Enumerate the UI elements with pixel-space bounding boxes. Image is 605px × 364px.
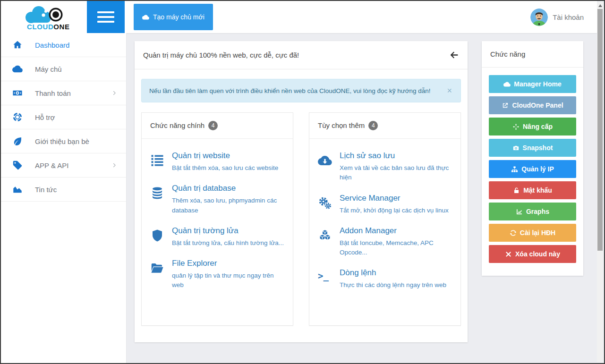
feature-title[interactable]: Quản trị tường lửa	[172, 226, 284, 236]
hamburger-icon	[97, 11, 114, 13]
feature-title[interactable]: Lịch sử sao lưu	[340, 151, 452, 161]
feature-item-addon-manager[interactable]: Addon ManagerBật tắt Ioncube, Memcache, …	[318, 226, 452, 258]
sidebar-item-ho-tro[interactable]: Hỗ trợ	[1, 105, 126, 129]
leaf-icon	[12, 136, 23, 146]
sidebar-item-gioi-thieu-ban-be[interactable]: Giới thiệu bạn bè	[1, 129, 126, 153]
camera-icon	[512, 144, 520, 152]
card-header: Chức năng chính4	[142, 113, 293, 139]
info-alert: Nếu lần đầu tiên làm quen với trình điều…	[141, 79, 461, 102]
cloud-icon	[12, 64, 23, 74]
scrollbar-thumb[interactable]	[597, 9, 603, 251]
terminal-icon: >_	[318, 268, 340, 290]
feature-item-lich-su-sao-luu[interactable]: Lịch sử sao lưuXem và tải về các bản sao…	[318, 151, 452, 183]
vertical-scrollbar[interactable]	[597, 2, 603, 362]
sidebar: DashboardMáy chủThanh toánHỗ trợGiới thi…	[1, 33, 127, 363]
money-icon	[12, 88, 23, 98]
feature-desc: Bật tắt tường lửa, cấu hình tường lửa...	[172, 238, 284, 248]
sidebar-item-dashboard[interactable]: Dashboard	[1, 33, 126, 57]
close-x-icon	[505, 251, 512, 258]
arrow-left-icon[interactable]	[449, 50, 459, 60]
action-cai-lai-hdh-button[interactable]: Cài lại HĐH	[489, 224, 576, 242]
action-mat-khau-button[interactable]: Mật khẩu	[489, 181, 576, 199]
avatar[interactable]	[530, 8, 548, 26]
action-cloudone-panel-button[interactable]: CloudOne Panel	[489, 96, 576, 114]
actions-panel-header: Chức năng	[482, 41, 583, 68]
feature-title[interactable]: Addon Manager	[340, 226, 452, 236]
list-icon	[150, 151, 172, 173]
count-badge: 4	[368, 121, 378, 130]
feature-item-quan-tri-tuong-lua[interactable]: Quản trị tường lửaBật tắt tường lửa, cấu…	[150, 226, 284, 248]
actions-panel: Chức năng Manager HomeCloudOne PanelNâng…	[482, 41, 583, 276]
move-icon	[512, 123, 520, 130]
chart-line-icon	[516, 208, 523, 215]
info-alert-text: Nếu lần đầu tiên làm quen với trình điều…	[149, 87, 431, 94]
feature-title[interactable]: Quản trị database	[172, 184, 284, 193]
action-graphs-button[interactable]: Graphs	[489, 203, 576, 220]
feature-title[interactable]: Service Manager	[340, 194, 449, 203]
chevron-right-icon	[111, 90, 118, 96]
feature-item-dong-lenh[interactable]: >_Dòng lệnhThực thi các dòng lệnh ngay t…	[318, 268, 452, 290]
action-snapshot-button[interactable]: Snapshot	[489, 139, 576, 157]
sidebar-item-may-chu[interactable]: Máy chủ	[1, 57, 126, 81]
feature-desc: quản lý tập tin và thư mục ngay trên web	[172, 271, 284, 290]
feature-item-service-manager[interactable]: Service ManagerTắt mở, khởi động lại các…	[318, 194, 452, 215]
card-main-functions: Chức năng chính4 Quản trị websiteBật tắt…	[141, 112, 293, 326]
sidebar-item-app-api[interactable]: APP & API	[1, 153, 126, 178]
action-button-label: Nâng cấp	[523, 123, 553, 130]
sidebar-item-label: Dashboard	[35, 41, 69, 49]
sidebar-item-label: Thanh toán	[35, 89, 71, 97]
action-quan-ly-ip-button[interactable]: Quản lý IP	[489, 160, 576, 178]
tags-icon	[12, 160, 23, 170]
dashboard-panel: Quản trị máy chủ 100% nền web, cực dễ, c…	[135, 41, 468, 342]
dashboard-panel-header: Quản trị máy chủ 100% nền web, cực dễ, c…	[135, 41, 468, 69]
action-button-label: Cài lại HĐH	[520, 229, 555, 237]
action-manager-home-button[interactable]: Manager Home	[489, 75, 576, 93]
cloudone-logo[interactable]: CLOUDONE	[21, 4, 74, 31]
feature-cards: Chức năng chính4 Quản trị websiteBật tắt…	[141, 112, 461, 326]
sitemap-icon	[511, 166, 518, 173]
sidebar-item-tin-tuc[interactable]: Tin tức	[1, 178, 126, 202]
feature-desc: Xem và tải về các bản sao lưu đã thực hi…	[340, 163, 452, 183]
app-window: CLOUDONE Tạo máy chủ mới	[0, 0, 605, 364]
shield-icon	[150, 226, 172, 248]
feature-desc: Bật tắt Ioncube, Memcache, APC Opcode...	[340, 238, 452, 258]
actions-panel-title: Chức năng	[490, 50, 525, 58]
feature-desc: Thực thi các dòng lệnh ngay trên web	[340, 280, 446, 290]
action-button-label: Manager Home	[514, 80, 561, 88]
feature-desc: Tắt mở, khởi động lại các dịch vụ linux	[340, 206, 449, 215]
action-xoa-cloud-nay-button[interactable]: Xóa cloud này	[489, 245, 576, 263]
unlock-icon	[513, 187, 520, 194]
sidebar-item-thanh-toan[interactable]: Thanh toán	[1, 81, 126, 105]
cloud-download-icon	[318, 151, 340, 183]
card-title: Tùy chọn thêm	[318, 121, 365, 129]
action-button-label: CloudOne Panel	[512, 102, 563, 109]
feature-item-quan-tri-database[interactable]: Quản trị databaseThêm xóa, sao lưu, phpm…	[150, 184, 284, 215]
feature-item-file-explorer[interactable]: File Explorerquản lý tập tin và thư mục …	[150, 259, 284, 290]
card-extra-options: Tùy chọn thêm4 Lịch sử sao lưuXem và tải…	[309, 112, 461, 326]
count-badge: 4	[208, 121, 218, 130]
chevron-right-icon	[111, 162, 118, 169]
account-menu[interactable]: Tài khoản	[530, 1, 584, 33]
action-nang-cap-button[interactable]: Nâng cấp	[489, 118, 576, 135]
action-button-label: Snapshot	[523, 144, 553, 152]
sidebar-item-label: APP & API	[35, 161, 68, 169]
action-button-label: Quản lý IP	[521, 165, 554, 173]
card-title: Chức năng chính	[150, 121, 205, 129]
feature-title[interactable]: Quản trị website	[172, 151, 278, 161]
cloud-icon	[142, 14, 149, 21]
scrollbar-up-arrow-icon[interactable]	[597, 2, 603, 9]
sidebar-item-label: Giới thiệu bạn bè	[35, 137, 89, 145]
close-icon[interactable]: ×	[446, 86, 453, 95]
create-server-button[interactable]: Tạo máy chủ mới	[134, 4, 213, 30]
menu-toggle-button[interactable]	[87, 1, 125, 33]
action-button-label: Graphs	[526, 208, 549, 215]
area-chart-icon	[12, 184, 23, 195]
feature-item-quan-tri-website[interactable]: Quản trị websiteBật tắt thêm xóa, sao lư…	[150, 151, 284, 173]
cloudone-logo-icon: CLOUDONE	[21, 4, 74, 31]
feature-title[interactable]: File Explorer	[172, 259, 284, 268]
svg-text:CLOUDONE: CLOUDONE	[27, 23, 70, 31]
feature-title[interactable]: Dòng lệnh	[340, 268, 446, 278]
refresh-icon	[510, 229, 517, 237]
page-title: Quản trị máy chủ 100% nền web, cực dễ, c…	[143, 51, 299, 59]
create-server-label: Tạo máy chủ mới	[153, 13, 205, 21]
